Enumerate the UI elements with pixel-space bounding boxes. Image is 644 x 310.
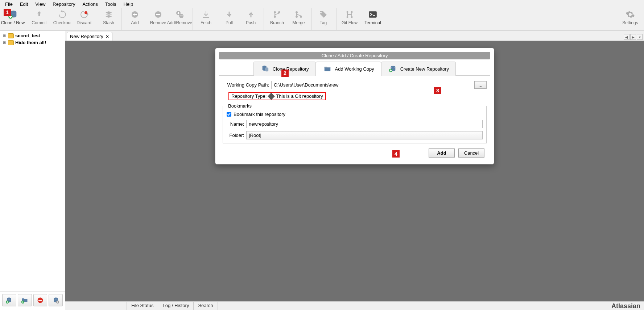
add-remove-icon: [175, 9, 185, 20]
sidebar-item-1[interactable]: ⊞ Hide them all!: [0, 39, 65, 46]
git-flow-icon: [344, 9, 355, 20]
tab-nav-right[interactable]: ▶: [630, 34, 636, 40]
fetch-icon: [201, 9, 211, 20]
svg-point-20: [7, 298, 12, 299]
svg-point-2: [84, 11, 87, 14]
sidebar-item-0[interactable]: ⊞ secret_test: [0, 32, 65, 39]
close-icon[interactable]: ✕: [106, 34, 109, 39]
main-area: New Repository ✕ ◀ ▶ ▾ Clone / Add / Cre…: [65, 31, 644, 310]
add-remove-button[interactable]: Add/Remove: [170, 8, 193, 30]
svg-point-27: [57, 301, 58, 302]
settings-label: Settings: [622, 20, 638, 25]
pull-button[interactable]: Pull: [218, 8, 241, 30]
branch-button[interactable]: Branch: [265, 8, 289, 30]
commit-icon: [34, 9, 44, 20]
tab-nav: ◀ ▶ ▾: [624, 34, 644, 41]
toolbar-label: Push: [246, 20, 256, 25]
tab-nav-menu[interactable]: ▾: [637, 34, 643, 40]
toolbar-label: Terminal: [364, 20, 381, 25]
name-input[interactable]: [246, 120, 483, 128]
dialog-body: Working Copy Path: ... Repository Type: …: [219, 76, 490, 160]
brand-label: Atlassian: [611, 302, 644, 310]
toolbar: Clone / NewCommitCheckoutDiscardStashAdd…: [0, 8, 644, 31]
tabstrip: New Repository ✕ ◀ ▶ ▾: [65, 31, 644, 41]
configure-button[interactable]: [49, 294, 63, 306]
dialog-title: Clone / Add / Create Repository: [219, 52, 490, 59]
toolbar-label: Remove: [150, 20, 166, 25]
tab-add-working-copy[interactable]: Add Working Copy: [316, 62, 381, 76]
folder-icon: [323, 65, 332, 73]
remove-button[interactable]: Remove: [146, 8, 170, 30]
expand-icon[interactable]: ⊞: [2, 34, 7, 38]
discard-button[interactable]: Discard: [74, 8, 97, 30]
statusbar: File Status Log / History Search Atlassi…: [65, 301, 644, 310]
pull-icon: [224, 9, 234, 20]
push-button[interactable]: Push: [241, 8, 264, 30]
push-icon: [246, 9, 256, 20]
bookmarks-group: Bookmarks Bookmark this repository Name:…: [223, 103, 487, 143]
menu-edit[interactable]: Edit: [16, 1, 32, 8]
toolbar-label: Discard: [77, 20, 91, 25]
add-icon: [130, 9, 140, 20]
expand-icon[interactable]: ⊞: [2, 41, 7, 45]
tab-label: New Repository: [70, 34, 103, 39]
toolbar-label: Add: [131, 20, 139, 25]
stash-button[interactable]: Stash: [99, 8, 122, 30]
working-copy-path-input[interactable]: [271, 81, 472, 89]
status-log[interactable]: Log / History: [158, 302, 194, 310]
sidebar: ⊞ secret_test ⊞ Hide them all!: [0, 31, 65, 310]
sidebar-item-label: Hide them all!: [15, 40, 46, 45]
clone-add-create-dialog: Clone / Add / Create Repository Clone Re…: [215, 48, 494, 164]
menu-view[interactable]: View: [32, 1, 49, 8]
svg-point-0: [11, 11, 16, 13]
tag-button[interactable]: Tag: [313, 8, 337, 30]
status-file[interactable]: File Status: [127, 302, 158, 310]
menu-file[interactable]: File: [1, 1, 16, 8]
toolbar-label: Git Flow: [342, 20, 358, 25]
add-button[interactable]: Add: [429, 148, 455, 158]
folder-icon: [8, 33, 14, 38]
toolbar-label: Add/Remove: [167, 20, 192, 25]
checkout-icon: [57, 9, 67, 20]
new-folder-button[interactable]: [18, 294, 32, 306]
svg-rect-19: [369, 11, 377, 17]
status-search[interactable]: Search: [194, 302, 218, 310]
tab-new-repository[interactable]: New Repository ✕: [67, 32, 112, 41]
dialog-tab-label: Clone Repository: [273, 66, 309, 72]
commit-button[interactable]: Commit: [28, 8, 51, 30]
cancel-button[interactable]: Cancel: [458, 148, 484, 158]
step-marker-4: 4: [392, 150, 400, 158]
menu-help[interactable]: Help: [120, 1, 137, 8]
fetch-button[interactable]: Fetch: [194, 8, 218, 30]
step-marker-2: 2: [281, 70, 289, 77]
svg-rect-5: [156, 14, 160, 15]
tab-create-repository[interactable]: Create New Repository: [381, 62, 456, 76]
git-flow-button[interactable]: Git Flow: [338, 8, 361, 30]
bookmark-checkbox[interactable]: [227, 112, 231, 117]
tab-nav-left[interactable]: ◀: [624, 34, 629, 40]
sidebar-item-label: secret_test: [15, 33, 40, 38]
add-button[interactable]: Add: [123, 8, 146, 30]
toolbar-label: Pull: [226, 20, 233, 25]
add-repo-button[interactable]: [2, 294, 16, 306]
remove-icon: [153, 9, 163, 20]
folder-select[interactable]: [Root]: [246, 131, 483, 139]
terminal-button[interactable]: Terminal: [361, 8, 384, 30]
browse-button[interactable]: ...: [474, 81, 487, 89]
dialog-tabstrip: Clone Repository Add Working Copy Create…: [219, 62, 490, 76]
svg-point-10: [274, 16, 276, 18]
merge-button[interactable]: Merge: [289, 8, 312, 30]
toolbar-label: Clone / New: [1, 20, 25, 25]
branch-icon: [272, 9, 282, 20]
menu-tools[interactable]: Tools: [102, 1, 120, 8]
menu-repository[interactable]: Repository: [49, 1, 79, 8]
svg-point-30: [391, 66, 395, 68]
gear-icon: [625, 9, 635, 20]
dialog-tab-label: Create New Repository: [400, 66, 449, 72]
checkout-button[interactable]: Checkout: [51, 8, 74, 30]
settings-button[interactable]: Settings: [619, 8, 641, 30]
create-icon: [388, 65, 397, 73]
terminal-icon: [368, 9, 378, 20]
menu-actions[interactable]: Actions: [79, 1, 102, 8]
remove-button[interactable]: [33, 294, 48, 306]
